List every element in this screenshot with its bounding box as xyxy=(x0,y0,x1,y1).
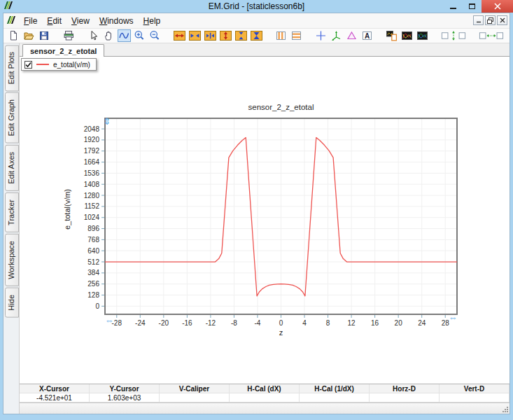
shrink-horizontal-icon[interactable] xyxy=(188,29,202,42)
mdi-close-button[interactable] xyxy=(497,15,507,25)
legend: e_total(v/m) xyxy=(21,58,97,71)
sidebar-tab-tracker[interactable]: Tracker xyxy=(5,192,19,232)
center-horizontal-icon[interactable] xyxy=(204,29,217,42)
menu-windows[interactable]: Windows xyxy=(94,15,139,27)
menu-edit[interactable]: Edit xyxy=(42,15,66,27)
title-bar[interactable]: EM.Grid - [staticlesson6b] xyxy=(0,0,513,13)
close-button[interactable] xyxy=(482,0,513,13)
svg-text:512: 512 xyxy=(87,258,99,266)
cursor-table-value xyxy=(370,393,440,402)
expand-vertical-icon[interactable] xyxy=(219,29,232,42)
new-file-icon[interactable] xyxy=(7,29,20,42)
x-axis-label: z xyxy=(105,328,457,337)
columns-table-icon[interactable] xyxy=(274,29,288,42)
axis-handle-top-left: ⇕ xyxy=(104,116,111,127)
copy-plot-icon[interactable] xyxy=(385,29,398,42)
svg-text:-20: -20 xyxy=(159,319,169,327)
menu-view[interactable]: View xyxy=(66,15,94,27)
svg-text:0: 0 xyxy=(95,302,99,310)
menu-bar: File Edit View Windows Help xyxy=(3,13,510,29)
svg-text:896: 896 xyxy=(87,225,99,232)
resize-grip-icon[interactable] xyxy=(502,406,508,412)
svg-text:1280: 1280 xyxy=(84,192,100,200)
side-tab-bar: Edit Plots Edit Graph Edit Axes Tracker … xyxy=(3,43,19,414)
shrink-vertical-icon[interactable] xyxy=(234,29,248,42)
menu-help[interactable]: Help xyxy=(139,15,166,27)
svg-text:256: 256 xyxy=(87,280,99,288)
plot-panel[interactable]: -28-24-20-16-12-8-4048121620242801282563… xyxy=(20,57,510,384)
svg-text:1024: 1024 xyxy=(84,214,100,221)
fit-height-boxes-icon[interactable] xyxy=(440,29,467,42)
svg-text:0: 0 xyxy=(279,319,283,327)
text-label-icon[interactable]: A xyxy=(360,29,374,42)
svg-text:-24: -24 xyxy=(135,319,146,327)
svg-text:1408: 1408 xyxy=(84,181,100,188)
cursor-table-value xyxy=(230,393,300,402)
sidebar-tab-edit-graph[interactable]: Edit Graph xyxy=(5,92,19,144)
crosshair-icon[interactable] xyxy=(314,29,328,42)
waveform-green-icon[interactable] xyxy=(416,29,429,42)
svg-text:384: 384 xyxy=(87,269,99,276)
fit-vertical-icon[interactable] xyxy=(250,29,263,42)
minimize-button[interactable] xyxy=(444,0,463,13)
svg-text:-8: -8 xyxy=(231,319,237,327)
cursor-table-value xyxy=(300,393,370,402)
sidebar-tab-workspace[interactable]: Workspace xyxy=(5,234,19,286)
menu-file[interactable]: File xyxy=(19,15,42,27)
svg-text:128: 128 xyxy=(87,291,99,299)
check-icon xyxy=(25,62,31,68)
rows-table-icon[interactable] xyxy=(290,29,303,42)
axis-handle-bottom-left: ⇔ xyxy=(105,315,114,326)
print-icon[interactable] xyxy=(62,29,76,42)
svg-text:640: 640 xyxy=(87,247,99,255)
triangle-marker-icon[interactable] xyxy=(345,29,358,42)
chart-title: sensor_2_z_etotal xyxy=(105,103,457,111)
svg-text:12: 12 xyxy=(348,319,356,327)
mdi-minimize-button[interactable] xyxy=(473,15,484,25)
cursor-table-value xyxy=(160,393,230,402)
fit-width-boxes-icon[interactable] xyxy=(478,29,505,42)
svg-text:-16: -16 xyxy=(182,319,192,327)
cursor-table-header: Horz-D xyxy=(370,384,440,393)
zoom-in-icon[interactable] xyxy=(133,29,146,42)
cursor-table-value: 1.603e+03 xyxy=(90,393,160,402)
svg-text:A: A xyxy=(365,32,370,40)
legend-checkbox[interactable] xyxy=(24,61,32,69)
zoom-out-icon[interactable] xyxy=(148,29,162,42)
cursor-table-header: H-Cal (1/dX) xyxy=(300,384,370,393)
cursor-table: X-CursorY-CursorV-CaliperH-Cal (dX)H-Cal… xyxy=(20,384,510,402)
open-file-icon[interactable] xyxy=(22,29,36,42)
cursor-table-value: -4.521e+01 xyxy=(20,393,90,402)
waveform-red-icon[interactable] xyxy=(400,29,414,42)
axis-handle-bottom-right: ⇔ xyxy=(449,312,458,323)
axes-icon[interactable] xyxy=(330,29,343,42)
maximize-button[interactable] xyxy=(463,0,482,13)
cursor-table-header: Y-Cursor xyxy=(90,384,160,393)
minimize-icon xyxy=(450,7,456,9)
legend-line-sample xyxy=(36,64,49,65)
tab-sensor-2-z-etotal[interactable]: sensor_2_z_etotal xyxy=(22,44,104,57)
save-icon[interactable] xyxy=(38,29,51,42)
plot-mode-icon[interactable] xyxy=(118,29,131,42)
cursor-table-header: X-Cursor xyxy=(20,384,90,393)
svg-text:-12: -12 xyxy=(206,319,216,327)
svg-text:4: 4 xyxy=(302,319,307,327)
expand-horizontal-icon[interactable] xyxy=(173,29,186,42)
select-cursor-icon[interactable] xyxy=(87,29,100,42)
app-window: EM.Grid - [staticlesson6b] File Edit Vie… xyxy=(0,0,513,420)
svg-text:1536: 1536 xyxy=(84,169,100,177)
svg-text:1664: 1664 xyxy=(84,158,100,166)
mdi-restore-button[interactable] xyxy=(485,15,496,25)
pan-hand-icon[interactable] xyxy=(102,29,115,42)
sidebar-tab-edit-plots[interactable]: Edit Plots xyxy=(5,45,19,91)
document-tab-strip: sensor_2_z_etotal xyxy=(20,43,510,57)
toolbar: A Layout xyxy=(3,29,510,43)
svg-text:24: 24 xyxy=(418,319,426,327)
svg-text:1152: 1152 xyxy=(84,202,99,210)
window-title: EM.Grid - [staticlesson6b] xyxy=(0,1,513,11)
sidebar-tab-edit-axes[interactable]: Edit Axes xyxy=(5,145,19,191)
y-axis-label: e_total(v/m) xyxy=(63,167,71,251)
sidebar-tab-hide[interactable]: Hide xyxy=(5,288,19,318)
svg-text:2048: 2048 xyxy=(84,125,100,133)
maximize-icon xyxy=(469,4,475,9)
